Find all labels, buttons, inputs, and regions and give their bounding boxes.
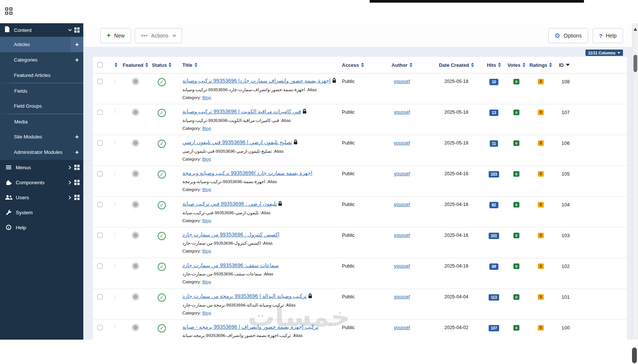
- article-title-link[interactable]: اجهزة بصمة حضور وانصراف سمارت جارد| 9935…: [182, 78, 331, 84]
- app-launcher-grid-icon[interactable]: [5, 8, 13, 15]
- row-checkbox[interactable]: [97, 294, 102, 299]
- dashboard-grid-icon[interactable]: [74, 27, 80, 33]
- header-status[interactable]: Status: [150, 62, 173, 68]
- outer-scrollbar-thumb[interactable]: [632, 347, 637, 363]
- new-button[interactable]: + New: [100, 28, 131, 43]
- header-access[interactable]: Access: [338, 62, 376, 68]
- status-published-icon[interactable]: ✓: [158, 232, 166, 240]
- drag-handle[interactable]: ⋮: [109, 289, 120, 319]
- status-published-icon[interactable]: ✓: [158, 293, 166, 302]
- featured-toggle-icon[interactable]: [132, 109, 139, 116]
- drag-handle[interactable]: ⋮: [109, 104, 120, 135]
- category-link[interactable]: Blog: [202, 126, 211, 131]
- drag-handle[interactable]: ⋮: [109, 258, 120, 289]
- category-link[interactable]: Blog: [202, 249, 211, 253]
- row-checkbox[interactable]: [97, 325, 102, 330]
- dashboard-grid-icon[interactable]: [74, 195, 80, 200]
- sidebar-item-system[interactable]: System: [0, 205, 83, 220]
- sidebar-item-components[interactable]: Components: [0, 175, 83, 190]
- status-published-icon[interactable]: ✓: [158, 170, 166, 179]
- header-title[interactable]: Title: [173, 62, 338, 68]
- options-button[interactable]: ⚙ Options: [548, 28, 588, 43]
- header-hits[interactable]: Hits: [485, 62, 503, 68]
- sidebar-item-featured-articles[interactable]: Featured Articles +: [0, 68, 83, 83]
- add-new-icon[interactable]: +: [71, 37, 83, 52]
- status-published-icon[interactable]: ✓: [158, 140, 166, 148]
- article-title-link[interactable]: تركيب وصيانة البدالة | 99353696 برمجة من…: [182, 293, 307, 299]
- ordering-sort-header[interactable]: [109, 63, 120, 67]
- featured-toggle-icon[interactable]: [132, 232, 139, 239]
- author-link[interactable]: youssef: [394, 79, 410, 84]
- vertical-scrollbar[interactable]: [632, 23, 638, 340]
- row-checkbox[interactable]: [97, 233, 102, 238]
- featured-toggle-icon[interactable]: [132, 324, 139, 331]
- author-link[interactable]: youssef: [394, 325, 410, 330]
- dashboard-grid-icon[interactable]: [74, 165, 80, 170]
- category-link[interactable]: Blog: [202, 157, 211, 161]
- sidebar-item-help[interactable]: i Help: [0, 220, 83, 235]
- featured-toggle-icon[interactable]: [132, 263, 139, 269]
- author-link[interactable]: youssef: [394, 202, 410, 207]
- actions-dropdown-button[interactable]: ••• Actions: [135, 28, 182, 43]
- sidebar-item-users[interactable]: Users: [0, 190, 83, 205]
- header-date-created[interactable]: Date Created: [428, 62, 485, 68]
- article-title-link[interactable]: اجهزة بصمة سمارت جارد |99353696 تركيب وص…: [182, 170, 312, 176]
- category-link[interactable]: Blog: [202, 218, 211, 223]
- add-new-icon[interactable]: +: [71, 129, 83, 144]
- drag-handle[interactable]: ⋮: [109, 197, 120, 227]
- help-button[interactable]: ? Help: [593, 28, 623, 43]
- author-link[interactable]: youssef: [394, 294, 410, 299]
- author-link[interactable]: youssef: [394, 233, 410, 238]
- sidebar-item-categories[interactable]: Categories +: [0, 52, 83, 68]
- sidebar-item-content[interactable]: Content: [0, 23, 83, 37]
- featured-toggle-icon[interactable]: [132, 293, 139, 300]
- drag-handle[interactable]: ⋮: [109, 74, 120, 104]
- author-link[interactable]: youssef: [394, 110, 410, 115]
- status-published-icon[interactable]: ✓: [158, 201, 166, 209]
- row-checkbox[interactable]: [97, 171, 102, 176]
- author-link[interactable]: youssef: [394, 140, 410, 146]
- header-votes[interactable]: Votes: [503, 62, 530, 68]
- article-title-link[interactable]: سماعات سقف: 99353696 من سمارت جارد: [182, 262, 279, 268]
- sidebar-item-articles[interactable]: Articles +: [0, 37, 83, 52]
- header-featured[interactable]: Featured: [120, 62, 150, 68]
- header-ratings[interactable]: Ratings: [530, 62, 552, 68]
- category-link[interactable]: Blog: [202, 187, 211, 192]
- select-all-checkbox[interactable]: [97, 62, 102, 68]
- drag-handle[interactable]: ⋮: [109, 320, 120, 340]
- sidebar-item-media[interactable]: Media +: [0, 114, 83, 129]
- row-checkbox[interactable]: [97, 202, 102, 207]
- sidebar-item-site-modules[interactable]: Site Modules +: [0, 129, 83, 144]
- columns-selector-button[interactable]: 11/11 Columns: [585, 50, 623, 56]
- featured-toggle-icon[interactable]: [132, 201, 139, 208]
- sidebar-item-field-groups[interactable]: Field Groups +: [0, 98, 83, 114]
- row-checkbox[interactable]: [97, 263, 102, 269]
- drag-handle[interactable]: ⋮: [109, 166, 120, 196]
- status-published-icon[interactable]: ✓: [158, 78, 166, 86]
- category-link[interactable]: Blog: [202, 95, 211, 100]
- sidebar-item-menus[interactable]: Menus: [0, 160, 83, 175]
- add-new-icon[interactable]: +: [71, 144, 83, 160]
- featured-toggle-icon[interactable]: [132, 78, 139, 85]
- category-link[interactable]: Blog: [202, 311, 211, 315]
- drag-handle[interactable]: ⋮: [109, 135, 120, 165]
- drag-handle[interactable]: ⋮: [109, 227, 120, 258]
- featured-toggle-icon[interactable]: [132, 140, 139, 146]
- add-new-icon[interactable]: +: [71, 52, 83, 68]
- scroll-up-arrow-icon[interactable]: [633, 28, 637, 31]
- status-published-icon[interactable]: ✓: [158, 263, 166, 271]
- header-id[interactable]: ID: [552, 62, 573, 68]
- sidebar-item-administrator-modules[interactable]: Administrator Modules +: [0, 144, 83, 160]
- featured-toggle-icon[interactable]: [132, 170, 139, 177]
- dashboard-grid-icon[interactable]: [74, 180, 80, 185]
- scrollbar-thumb[interactable]: [633, 55, 637, 72]
- category-link[interactable]: Blog: [202, 280, 211, 284]
- status-published-icon[interactable]: ✓: [158, 109, 166, 117]
- author-link[interactable]: youssef: [394, 171, 410, 176]
- article-title-link[interactable]: اكسس كنترول : 99353696 من سمارت جارد: [182, 232, 279, 238]
- row-checkbox[interactable]: [97, 79, 102, 84]
- row-checkbox[interactable]: [97, 110, 102, 115]
- article-title-link[interactable]: تصليح تليفون ارضي | 99353696 فني تليفون …: [182, 139, 292, 145]
- sidebar-item-fields[interactable]: Fields +: [0, 83, 83, 98]
- article-title-link[interactable]: تليفون ارضي : 99353696 فني تركيب صيانة: [182, 201, 277, 207]
